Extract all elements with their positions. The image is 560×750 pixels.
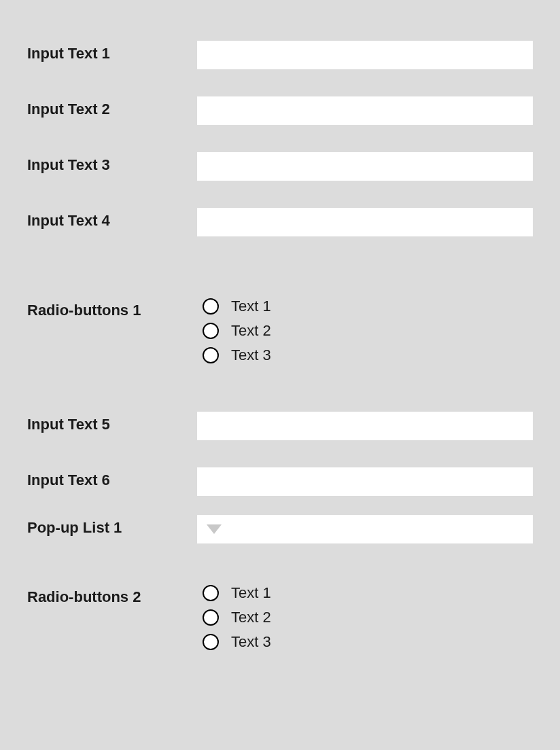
radio-1-label: Radio-buttons 1 — [27, 298, 197, 319]
input-text-1[interactable] — [197, 41, 533, 69]
radio-group-2: Text 1 Text 2 Text 3 — [197, 584, 533, 651]
input-5-label: Input Text 5 — [27, 412, 197, 433]
form-row-radio-2: Radio-buttons 2 Text 1 Text 2 Text 3 — [27, 584, 533, 651]
input-text-4[interactable] — [197, 208, 533, 236]
radio-option-label: Text 1 — [231, 584, 271, 602]
popup-1-label: Pop-up List 1 — [27, 515, 197, 537]
input-2-label: Input Text 2 — [27, 96, 197, 118]
field-wrap — [197, 152, 533, 181]
input-text-2[interactable] — [197, 96, 533, 125]
spacer — [27, 264, 533, 298]
radio-1-option-1[interactable]: Text 1 — [203, 298, 533, 315]
input-1-label: Input Text 1 — [27, 41, 197, 62]
form-row-input-3: Input Text 3 — [27, 152, 533, 181]
spacer — [27, 571, 533, 584]
input-3-label: Input Text 3 — [27, 152, 197, 174]
radio-option-label: Text 3 — [231, 633, 271, 651]
radio-group-1: Text 1 Text 2 Text 3 — [197, 298, 533, 364]
radio-2-option-3[interactable]: Text 3 — [203, 633, 533, 651]
radio-2-label: Radio-buttons 2 — [27, 584, 197, 606]
form-row-popup-1: Pop-up List 1 — [27, 515, 533, 543]
radio-circle-icon — [203, 323, 219, 339]
input-text-6[interactable] — [197, 467, 533, 496]
radio-circle-icon — [203, 609, 219, 626]
radio-2-option-1[interactable]: Text 1 — [203, 584, 533, 602]
radio-option-label: Text 2 — [231, 322, 271, 340]
field-wrap — [197, 515, 533, 543]
input-text-5[interactable] — [197, 412, 533, 440]
field-wrap — [197, 467, 533, 496]
form-row-input-5: Input Text 5 — [27, 412, 533, 440]
field-wrap — [197, 208, 533, 236]
spacer — [27, 391, 533, 412]
radio-option-label: Text 3 — [231, 346, 271, 364]
radio-circle-icon — [203, 634, 219, 650]
form-container: Input Text 1 Input Text 2 Input Text 3 I… — [0, 0, 560, 705]
radio-circle-icon — [203, 347, 219, 363]
radio-circle-icon — [203, 298, 219, 315]
input-6-label: Input Text 6 — [27, 467, 197, 489]
radio-option-label: Text 1 — [231, 298, 271, 315]
form-row-radio-1: Radio-buttons 1 Text 1 Text 2 Text 3 — [27, 298, 533, 364]
radio-2-option-2[interactable]: Text 2 — [203, 609, 533, 626]
radio-1-option-2[interactable]: Text 2 — [203, 322, 533, 340]
form-row-input-2: Input Text 2 — [27, 96, 533, 125]
radio-1-option-3[interactable]: Text 3 — [203, 346, 533, 364]
field-wrap — [197, 41, 533, 69]
input-text-3[interactable] — [197, 152, 533, 181]
chevron-down-icon — [207, 524, 222, 534]
radio-circle-icon — [203, 585, 219, 601]
field-wrap — [197, 96, 533, 125]
form-row-input-4: Input Text 4 — [27, 208, 533, 236]
input-4-label: Input Text 4 — [27, 208, 197, 230]
popup-list-1[interactable] — [197, 515, 533, 543]
form-row-input-6: Input Text 6 — [27, 467, 533, 496]
field-wrap — [197, 412, 533, 440]
form-row-input-1: Input Text 1 — [27, 41, 533, 69]
radio-option-label: Text 2 — [231, 609, 271, 626]
